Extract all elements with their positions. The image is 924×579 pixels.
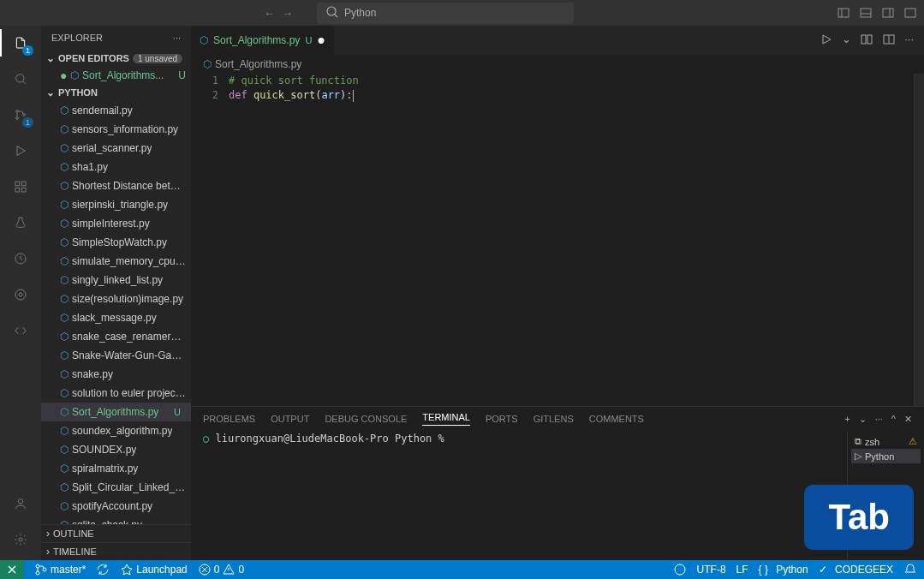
panel-tab-output[interactable]: OUTPUT xyxy=(271,414,309,424)
python-file-icon: ⬡ xyxy=(60,140,69,156)
search-activity-icon[interactable] xyxy=(10,69,31,89)
file-item[interactable]: ⬡sqlite_check.py xyxy=(41,516,191,524)
run-debug-icon[interactable] xyxy=(10,140,31,161)
scm-badge: 1 xyxy=(22,117,33,128)
file-item[interactable]: ⬡Sort_Algorithms.pyU xyxy=(41,403,191,421)
source-control-icon[interactable]: 1 xyxy=(10,104,31,125)
split-icon[interactable] xyxy=(882,33,896,49)
terminal-item[interactable]: ▷Python xyxy=(851,449,921,463)
panel-tab-ports[interactable]: PORTS xyxy=(486,414,518,424)
extension-status[interactable]: ✓ CODEGEEX xyxy=(819,563,893,576)
file-item[interactable]: ⬡snake_case_renamer_dep... xyxy=(41,327,191,346)
file-item[interactable]: ⬡simpleInterest.py xyxy=(41,214,191,233)
open-editor-item[interactable]: ● ⬡ Sort_Algorithms... U xyxy=(41,67,191,84)
panel-tab-comments[interactable]: COMMENTS xyxy=(589,414,644,424)
file-item[interactable]: ⬡size(resolution)image.py xyxy=(41,290,191,308)
eol[interactable]: LF xyxy=(736,563,748,576)
command-center-text: Python xyxy=(344,7,376,19)
minimap[interactable] xyxy=(914,74,924,406)
nav-back-icon[interactable]: ← xyxy=(264,7,275,20)
line-gutter: 1 2 xyxy=(191,74,229,406)
python-file-icon: ⬡ xyxy=(60,329,69,344)
file-item[interactable]: ⬡SimpleStopWatch.py xyxy=(41,233,191,252)
terminal-item[interactable]: ⧉zsh⚠ xyxy=(851,434,921,449)
compare-icon[interactable] xyxy=(860,33,873,49)
timeline-section[interactable]: TIMELINE xyxy=(41,542,191,560)
python-file-icon: ⬡ xyxy=(60,348,69,363)
outline-section[interactable]: OUTLINE xyxy=(41,524,191,542)
panel-tab-problems[interactable]: PROBLEMS xyxy=(203,414,255,424)
problems-status[interactable]: 0 0 xyxy=(198,563,244,576)
chevron-down-icon xyxy=(46,52,55,64)
code-content[interactable]: # quick sort function def quick_sort(arr… xyxy=(229,74,924,406)
file-item[interactable]: ⬡sierpinski_triangle.py xyxy=(41,195,191,214)
breadcrumb[interactable]: ⬡ Sort_Algorithms.py xyxy=(191,55,924,74)
explorer-icon[interactable]: 1 xyxy=(10,33,31,53)
gitlens-icon[interactable] xyxy=(10,284,31,305)
run-icon[interactable] xyxy=(820,33,833,49)
terminal-name: zsh xyxy=(865,437,879,447)
nav-forward-icon[interactable]: → xyxy=(282,7,293,20)
sidebar-more-icon[interactable]: ··· xyxy=(173,33,181,43)
toggle-secondary-sidebar-icon[interactable] xyxy=(881,6,895,20)
file-item[interactable]: ⬡simulate_memory_cpu.py xyxy=(41,252,191,271)
settings-gear-icon[interactable] xyxy=(10,529,31,550)
file-item[interactable]: ⬡sensors_information.py xyxy=(41,120,191,139)
run-dropdown-icon[interactable]: ⌄ xyxy=(842,33,851,49)
close-panel-icon[interactable]: ✕ xyxy=(904,414,912,425)
toggle-panel-icon[interactable] xyxy=(859,6,873,20)
code-editor[interactable]: 1 2 # quick sort function def quick_sort… xyxy=(191,74,924,406)
remote-indicator[interactable] xyxy=(0,560,24,579)
file-item[interactable]: ⬡soundex_algorithm.py xyxy=(41,421,191,440)
language-mode[interactable]: { } Python xyxy=(759,563,808,576)
encoding[interactable]: UTF-8 xyxy=(697,563,726,576)
code-paren: ): xyxy=(340,89,352,101)
panel-tab-terminal[interactable]: TERMINAL xyxy=(422,412,470,426)
sync-button[interactable] xyxy=(96,563,110,576)
codegeex-icon[interactable] xyxy=(10,320,31,341)
file-item[interactable]: ⬡spiralmatrix.py xyxy=(41,459,191,478)
toggle-primary-sidebar-icon[interactable] xyxy=(837,6,850,20)
timeline-icon[interactable] xyxy=(10,248,31,269)
file-item[interactable]: ⬡serial_scanner.py xyxy=(41,139,191,158)
file-item[interactable]: ⬡Split_Circular_Linked_List... xyxy=(41,478,191,497)
file-name: SOUNDEX.py xyxy=(72,442,136,457)
extensions-icon[interactable] xyxy=(10,176,31,197)
customize-layout-icon[interactable] xyxy=(903,6,917,20)
file-item[interactable]: ⬡solution to euler project pr... xyxy=(41,384,191,403)
new-terminal-icon[interactable]: + xyxy=(844,414,849,425)
terminal-dropdown-icon[interactable]: ⌄ xyxy=(859,414,867,425)
tab-more-icon[interactable]: ··· xyxy=(904,33,914,49)
file-name: sqlite_check.py xyxy=(72,517,142,524)
panel-tab-debug-console[interactable]: DEBUG CONSOLE xyxy=(325,414,407,424)
open-editors-section[interactable]: OPEN EDITORS 1 unsaved xyxy=(41,50,191,67)
panel-more-icon[interactable]: ··· xyxy=(875,414,883,425)
editor-tab[interactable]: ⬡ Sort_Algorithms.py U ● xyxy=(191,26,335,55)
terminal-content[interactable]: ○ liurongxuan@LiudeMacBook-Pro Python % xyxy=(191,431,847,560)
file-item[interactable]: ⬡sha1.py xyxy=(41,158,191,176)
notifications-icon[interactable] xyxy=(903,563,917,576)
testing-icon[interactable] xyxy=(10,212,31,233)
file-name: sendemail.py xyxy=(72,103,133,118)
folder-section[interactable]: PYTHON xyxy=(41,84,191,101)
file-item[interactable]: ⬡singly_linked_list.py xyxy=(41,271,191,290)
svg-rect-17 xyxy=(15,188,20,192)
file-item[interactable]: ⬡slack_message.py xyxy=(41,308,191,327)
file-item[interactable]: ⬡Snake-Water-Gun-Game.py xyxy=(41,346,191,365)
titlebar: ← → Python xyxy=(0,0,924,26)
file-item[interactable]: ⬡spotifyAccount.py xyxy=(41,497,191,516)
layout-controls xyxy=(837,6,917,20)
command-center[interactable]: Python xyxy=(317,3,574,24)
file-item[interactable]: ⬡sendemail.py xyxy=(41,101,191,120)
file-item[interactable]: ⬡SOUNDEX.py xyxy=(41,440,191,459)
feedback-icon[interactable] xyxy=(673,563,687,576)
accounts-icon[interactable] xyxy=(10,493,31,514)
launchpad[interactable]: Launchpad xyxy=(120,563,187,576)
file-item[interactable]: ⬡Shortest Distance betwee... xyxy=(41,176,191,195)
file-item[interactable]: ⬡snake.py xyxy=(41,365,191,384)
git-branch[interactable]: master* xyxy=(34,563,86,576)
panel-tab-gitlens[interactable]: GITLENS xyxy=(534,414,574,424)
python-file-icon: ⬡ xyxy=(60,159,69,175)
maximize-panel-icon[interactable]: ^ xyxy=(891,414,896,425)
svg-rect-25 xyxy=(861,35,866,44)
